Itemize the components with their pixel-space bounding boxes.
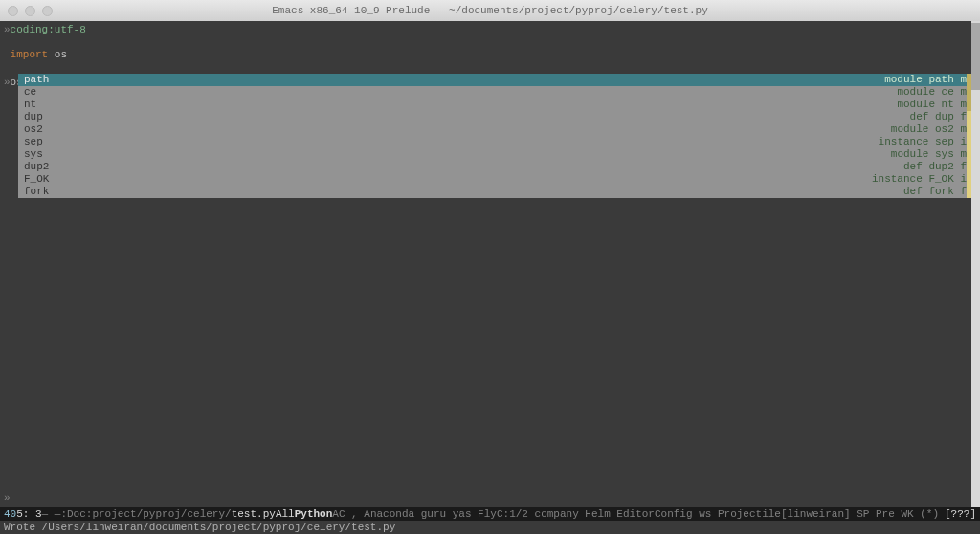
close-window-button[interactable] — [8, 6, 18, 16]
code-line: »coding:utf-8 — [0, 24, 980, 36]
completion-meta: instance F_OK i — [872, 173, 967, 186]
completion-label: F_OK — [24, 173, 49, 186]
completion-meta: module nt m — [897, 99, 967, 111]
editor-scrollbar[interactable] — [971, 21, 980, 507]
completion-meta: def fork f — [903, 186, 967, 198]
completion-item[interactable]: dup2def dup2 f — [18, 161, 972, 173]
completion-meta: module ce m — [897, 86, 967, 99]
completion-item[interactable]: os2module os2 m — [18, 123, 972, 136]
completion-popup[interactable]: pathmodule path mcemodule ce mntmodule n… — [18, 74, 972, 198]
completion-meta: def dup2 f — [903, 161, 967, 173]
code-line-blank — [0, 36, 980, 49]
completion-meta: module os2 m — [891, 123, 967, 136]
modeline-right: [???] — [945, 507, 976, 521]
completion-label: sep — [24, 136, 43, 148]
fringe-row: » — [0, 492, 11, 504]
completion-label: path — [24, 74, 49, 86]
minimize-window-button[interactable] — [25, 6, 35, 16]
completion-label: sys — [24, 148, 43, 161]
modeline-separator: — —: — [42, 507, 67, 521]
fringe-marker: » — [4, 77, 11, 88]
modeline-major-mode: Python — [295, 507, 333, 521]
completion-item[interactable]: dupdef dup f — [18, 111, 972, 123]
completion-item[interactable]: F_OKinstance F_OK i — [18, 173, 972, 186]
modeline-column: 40 — [4, 507, 16, 521]
module-name: os — [55, 49, 67, 60]
modeline: 40 5: 3 — —:Doc:project/pyproj/celery/te… — [0, 507, 980, 521]
fringe-marker: » — [4, 24, 11, 35]
completion-meta: module sys m — [891, 148, 967, 161]
import-keyword: import — [11, 49, 49, 60]
completion-meta: def dup f — [910, 111, 967, 123]
completion-label: ce — [24, 86, 36, 99]
coding-directive: coding:utf-8 — [11, 24, 86, 35]
modeline-position: 5: 3 — [16, 507, 41, 521]
fringe-marker: » — [4, 492, 11, 503]
completion-item[interactable]: forkdef fork f — [18, 186, 972, 198]
editor-area[interactable]: »coding:utf-8 import os »os. pathmodule … — [0, 21, 980, 507]
modeline-doc-label: Doc: — [67, 507, 92, 521]
modeline-path-bright: test.py — [232, 507, 276, 521]
completion-label: dup2 — [24, 161, 49, 173]
completion-label: dup — [24, 111, 43, 123]
minibuffer: Wrote /Users/linweiran/documents/project… — [0, 521, 980, 534]
zoom-window-button[interactable] — [42, 6, 53, 16]
window-titlebar: Emacs-x86_64-10_9 Prelude - ~/documents/… — [0, 0, 980, 21]
completion-meta: instance sep i — [879, 136, 967, 148]
code-line-blank — [0, 61, 980, 74]
code-line: import os — [0, 49, 980, 61]
completion-item[interactable]: cemodule ce m — [18, 86, 972, 99]
modeline-path-dim: project/pyproj/celery/ — [92, 507, 231, 521]
completion-item[interactable]: sepinstance sep i — [18, 136, 972, 148]
modeline-minor-modes: AC , Anaconda guru yas FlyC:1/2 company … — [332, 507, 939, 521]
completion-label: fork — [24, 186, 49, 198]
traffic-lights — [8, 6, 53, 16]
completion-meta: module path m — [884, 74, 967, 86]
window-title: Emacs-x86_64-10_9 Prelude - ~/documents/… — [272, 5, 707, 16]
completion-label: os2 — [24, 123, 43, 136]
completion-item[interactable]: sysmodule sys m — [18, 148, 972, 161]
modeline-all: All — [276, 507, 295, 521]
completion-item[interactable]: ntmodule nt m — [18, 99, 972, 111]
completion-label: nt — [24, 99, 36, 111]
completion-item[interactable]: pathmodule path m — [18, 74, 972, 86]
editor-scroll-thumb[interactable] — [971, 23, 980, 90]
